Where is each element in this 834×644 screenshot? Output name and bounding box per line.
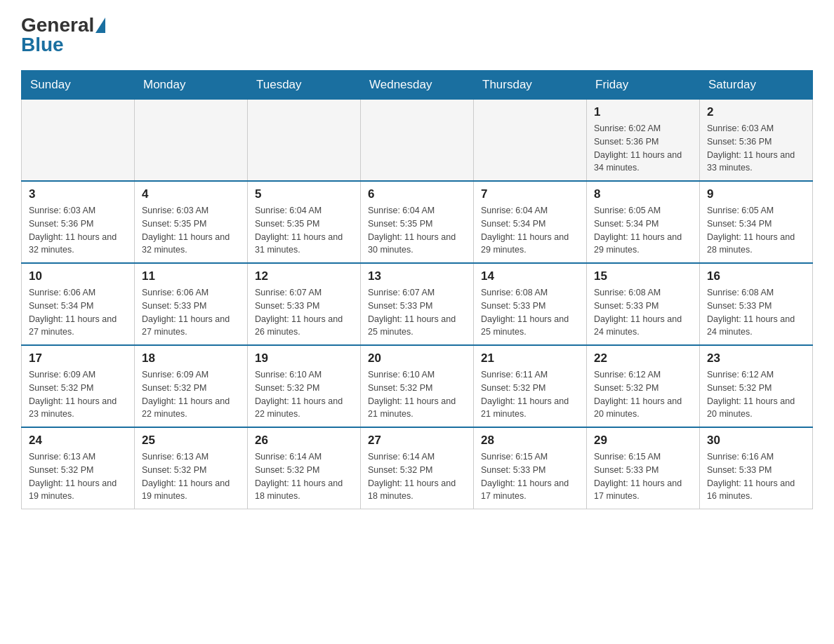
calendar-day-cell [22,100,135,182]
day-number: 23 [707,351,805,365]
logo: General Blue [21,14,105,56]
day-info: Sunrise: 6:12 AMSunset: 5:32 PMDaylight:… [594,368,692,421]
calendar-day-cell: 1Sunrise: 6:02 AMSunset: 5:36 PMDaylight… [587,100,700,182]
day-info: Sunrise: 6:08 AMSunset: 5:33 PMDaylight:… [594,286,692,339]
day-number: 21 [481,351,579,365]
day-number: 26 [255,434,353,448]
calendar-week-row: 3Sunrise: 6:03 AMSunset: 5:36 PMDaylight… [22,181,813,263]
day-info: Sunrise: 6:05 AMSunset: 5:34 PMDaylight:… [707,204,805,257]
calendar-day-cell: 15Sunrise: 6:08 AMSunset: 5:33 PMDayligh… [587,263,700,345]
calendar-day-cell [474,100,587,182]
calendar-day-cell: 18Sunrise: 6:09 AMSunset: 5:32 PMDayligh… [135,345,248,427]
logo-triangle-icon [95,18,105,33]
day-number: 12 [255,269,353,283]
day-info: Sunrise: 6:13 AMSunset: 5:32 PMDaylight:… [29,450,127,503]
day-info: Sunrise: 6:10 AMSunset: 5:32 PMDaylight:… [255,368,353,421]
calendar-day-cell: 19Sunrise: 6:10 AMSunset: 5:32 PMDayligh… [248,345,361,427]
day-info: Sunrise: 6:05 AMSunset: 5:34 PMDaylight:… [594,204,692,257]
calendar-day-cell: 26Sunrise: 6:14 AMSunset: 5:32 PMDayligh… [248,427,361,509]
calendar-day-cell: 20Sunrise: 6:10 AMSunset: 5:32 PMDayligh… [361,345,474,427]
day-info: Sunrise: 6:04 AMSunset: 5:34 PMDaylight:… [481,204,579,257]
day-info: Sunrise: 6:11 AMSunset: 5:32 PMDaylight:… [481,368,579,421]
calendar-day-cell: 13Sunrise: 6:07 AMSunset: 5:33 PMDayligh… [361,263,474,345]
calendar-day-cell: 14Sunrise: 6:08 AMSunset: 5:33 PMDayligh… [474,263,587,345]
calendar-day-cell: 21Sunrise: 6:11 AMSunset: 5:32 PMDayligh… [474,345,587,427]
day-number: 16 [707,269,805,283]
day-info: Sunrise: 6:15 AMSunset: 5:33 PMDaylight:… [481,450,579,503]
day-info: Sunrise: 6:13 AMSunset: 5:32 PMDaylight:… [142,450,240,503]
day-info: Sunrise: 6:03 AMSunset: 5:35 PMDaylight:… [142,204,240,257]
weekday-header-saturday: Saturday [700,71,813,100]
logo-blue-text: Blue [21,34,64,55]
calendar-day-cell [361,100,474,182]
calendar-day-cell: 2Sunrise: 6:03 AMSunset: 5:36 PMDaylight… [700,100,813,182]
day-info: Sunrise: 6:16 AMSunset: 5:33 PMDaylight:… [707,450,805,503]
day-info: Sunrise: 6:09 AMSunset: 5:32 PMDaylight:… [29,368,127,421]
day-info: Sunrise: 6:06 AMSunset: 5:33 PMDaylight:… [142,286,240,339]
day-info: Sunrise: 6:09 AMSunset: 5:32 PMDaylight:… [142,368,240,421]
calendar-day-cell: 29Sunrise: 6:15 AMSunset: 5:33 PMDayligh… [587,427,700,509]
calendar-day-cell: 24Sunrise: 6:13 AMSunset: 5:32 PMDayligh… [22,427,135,509]
weekday-header-sunday: Sunday [22,71,135,100]
day-info: Sunrise: 6:08 AMSunset: 5:33 PMDaylight:… [481,286,579,339]
day-info: Sunrise: 6:04 AMSunset: 5:35 PMDaylight:… [255,204,353,257]
day-number: 7 [481,187,579,201]
day-info: Sunrise: 6:14 AMSunset: 5:32 PMDaylight:… [368,450,466,503]
day-info: Sunrise: 6:02 AMSunset: 5:36 PMDaylight:… [594,122,692,175]
day-number: 2 [707,105,805,119]
calendar-day-cell: 10Sunrise: 6:06 AMSunset: 5:34 PMDayligh… [22,263,135,345]
weekday-header-friday: Friday [587,71,700,100]
day-number: 22 [594,351,692,365]
calendar-day-cell: 23Sunrise: 6:12 AMSunset: 5:32 PMDayligh… [700,345,813,427]
calendar-day-cell: 4Sunrise: 6:03 AMSunset: 5:35 PMDaylight… [135,181,248,263]
day-number: 18 [142,351,240,365]
day-number: 30 [707,434,805,448]
day-number: 9 [707,187,805,201]
calendar-week-row: 1Sunrise: 6:02 AMSunset: 5:36 PMDaylight… [22,100,813,182]
calendar-day-cell: 9Sunrise: 6:05 AMSunset: 5:34 PMDaylight… [700,181,813,263]
calendar-day-cell: 7Sunrise: 6:04 AMSunset: 5:34 PMDaylight… [474,181,587,263]
weekday-header-thursday: Thursday [474,71,587,100]
calendar-week-row: 10Sunrise: 6:06 AMSunset: 5:34 PMDayligh… [22,263,813,345]
day-number: 17 [29,351,127,365]
day-number: 19 [255,351,353,365]
day-number: 25 [142,434,240,448]
day-number: 1 [594,105,692,119]
day-number: 10 [29,269,127,283]
day-number: 14 [481,269,579,283]
day-info: Sunrise: 6:15 AMSunset: 5:33 PMDaylight:… [594,450,692,503]
day-number: 8 [594,187,692,201]
day-info: Sunrise: 6:14 AMSunset: 5:32 PMDaylight:… [255,450,353,503]
calendar-day-cell: 17Sunrise: 6:09 AMSunset: 5:32 PMDayligh… [22,345,135,427]
page-header: General Blue [21,14,813,56]
day-info: Sunrise: 6:07 AMSunset: 5:33 PMDaylight:… [255,286,353,339]
day-info: Sunrise: 6:08 AMSunset: 5:33 PMDaylight:… [707,286,805,339]
calendar-day-cell: 11Sunrise: 6:06 AMSunset: 5:33 PMDayligh… [135,263,248,345]
weekday-header-wednesday: Wednesday [361,71,474,100]
calendar-day-cell [135,100,248,182]
day-number: 20 [368,351,466,365]
weekday-header-monday: Monday [135,71,248,100]
day-number: 5 [255,187,353,201]
day-info: Sunrise: 6:12 AMSunset: 5:32 PMDaylight:… [707,368,805,421]
day-number: 11 [142,269,240,283]
calendar-day-cell: 8Sunrise: 6:05 AMSunset: 5:34 PMDaylight… [587,181,700,263]
day-number: 24 [29,434,127,448]
day-number: 29 [594,434,692,448]
calendar-day-cell: 30Sunrise: 6:16 AMSunset: 5:33 PMDayligh… [700,427,813,509]
calendar-day-cell: 6Sunrise: 6:04 AMSunset: 5:35 PMDaylight… [361,181,474,263]
calendar-week-row: 24Sunrise: 6:13 AMSunset: 5:32 PMDayligh… [22,427,813,509]
day-number: 3 [29,187,127,201]
weekday-header-row: SundayMondayTuesdayWednesdayThursdayFrid… [22,71,813,100]
day-number: 4 [142,187,240,201]
day-info: Sunrise: 6:04 AMSunset: 5:35 PMDaylight:… [368,204,466,257]
calendar-day-cell [248,100,361,182]
calendar-day-cell: 5Sunrise: 6:04 AMSunset: 5:35 PMDaylight… [248,181,361,263]
day-info: Sunrise: 6:07 AMSunset: 5:33 PMDaylight:… [368,286,466,339]
day-info: Sunrise: 6:06 AMSunset: 5:34 PMDaylight:… [29,286,127,339]
calendar-day-cell: 28Sunrise: 6:15 AMSunset: 5:33 PMDayligh… [474,427,587,509]
day-number: 15 [594,269,692,283]
calendar-week-row: 17Sunrise: 6:09 AMSunset: 5:32 PMDayligh… [22,345,813,427]
day-number: 27 [368,434,466,448]
calendar-day-cell: 22Sunrise: 6:12 AMSunset: 5:32 PMDayligh… [587,345,700,427]
